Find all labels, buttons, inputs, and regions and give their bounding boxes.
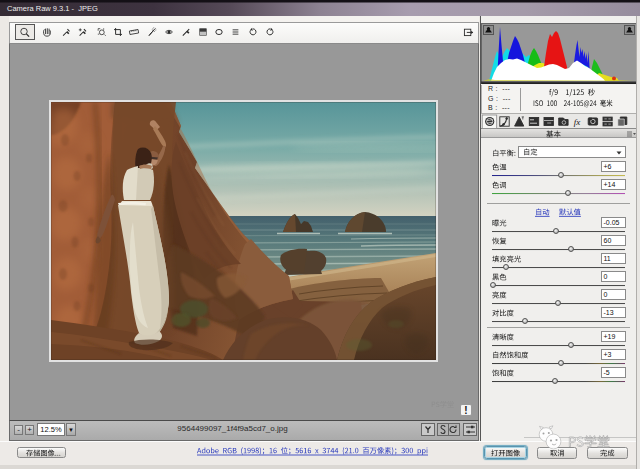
svg-text:fx: fx — [574, 117, 581, 127]
